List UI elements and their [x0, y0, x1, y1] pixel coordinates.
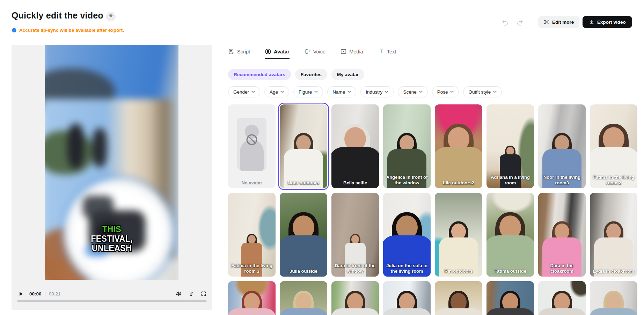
avatar-card-angelica-in-front-of-the-window[interactable]: Angelica in front of the window [383, 104, 431, 188]
avatar-label: Fatima in the living room 3 [229, 263, 274, 274]
tiktok-icon[interactable] [188, 291, 195, 297]
fullscreen-icon[interactable] [200, 291, 207, 297]
avatar-grid: No avatarNoor outdoorsBella selfieAngeli… [228, 104, 637, 315]
tab-script[interactable]: Script [228, 48, 250, 59]
filter-label: Name [332, 89, 345, 95]
filter-figure[interactable]: Figure [293, 86, 323, 97]
avatar-label: No avatar [229, 180, 274, 186]
avatar-card-partial[interactable] [538, 281, 586, 315]
avatar-card-bella-selfie[interactable]: Bella selfie [331, 104, 379, 188]
avatar-photo [331, 104, 379, 188]
avatar-card-partial[interactable] [590, 281, 637, 315]
avatar-label: Julia outside [281, 269, 326, 274]
chip-favorites[interactable]: Favorites [295, 69, 327, 80]
chip-recommended[interactable]: Recommended avatars [228, 69, 291, 80]
avatar-card-dara-in-the-cloakroom[interactable]: Dara in the cloakroom [538, 193, 586, 277]
video-caption: THISFESTIVAL,UNLEASH [50, 225, 174, 253]
tab-text[interactable]: TText [378, 48, 396, 59]
chevron-down-icon [419, 91, 423, 93]
avatar-label: Lydia in cloakroom [591, 269, 636, 274]
chip-my-avatar[interactable]: My avatar [331, 69, 364, 80]
chevron-down-icon [251, 91, 255, 93]
avatar-photo [383, 281, 431, 315]
tab-label: Media [349, 49, 363, 54]
avatar-category-chips: Recommended avatarsFavoritesMy avatar [228, 69, 364, 80]
undo-button[interactable] [501, 18, 509, 27]
filter-gender[interactable]: Gender [228, 86, 260, 97]
tab-label: Avatar [274, 49, 290, 54]
avatar-label: Julia on the sofa in the living room [385, 263, 429, 274]
avatar-photo [486, 193, 534, 277]
filter-outfit-style[interactable]: Outfit style [463, 86, 502, 97]
filter-scene[interactable]: Scene [398, 86, 427, 97]
video-player-panel: THISFESTIVAL,UNLEASH 00:00 | 00:21 [12, 45, 212, 310]
avatar-card-noor-outdoors[interactable]: Noor outdoors [280, 104, 327, 188]
avatar-card-dara-in-front-of-the-window[interactable]: Dara in front of the window [331, 193, 379, 277]
progress-bar[interactable] [17, 300, 207, 302]
filter-age[interactable]: Age [264, 86, 289, 97]
avatar-card-partial[interactable] [486, 281, 534, 315]
avatar-card-adriana-in-a-living-room[interactable]: Adriana in a living room [486, 104, 534, 188]
avatar-card-partial[interactable] [435, 281, 482, 315]
chevron-down-icon [314, 91, 318, 93]
avatar-card-partial[interactable] [280, 281, 327, 315]
lip-sync-notice: Accurate lip-sync will be available afte… [12, 28, 124, 33]
avatar-card-julia-outside[interactable]: Julia outside [280, 193, 327, 277]
avatar-card-julia-on-the-sofa-in-the-living-room[interactable]: Julia on the sofa in the living room [383, 193, 431, 277]
avatar-card-fatima-in-the-living-room-3[interactable]: Fatima in the living room 3 [228, 193, 276, 277]
avatar-label: Fatima in the living room 2 [591, 175, 636, 186]
page-title: Quickly edit the video [12, 10, 103, 21]
filter-pose[interactable]: Pose [432, 86, 459, 97]
avatar-person [590, 291, 637, 315]
filter-name[interactable]: Name [327, 86, 356, 97]
avatar-card-fatima-outside[interactable]: Fatima outside [486, 193, 534, 277]
filter-industry[interactable]: Industry [360, 86, 394, 97]
volume-icon[interactable] [175, 290, 182, 297]
graduation-cap-icon[interactable] [106, 12, 116, 21]
play-button[interactable] [17, 290, 25, 298]
notice-text: Accurate lip-sync will be available afte… [19, 28, 124, 33]
tab-label: Script [237, 49, 250, 54]
edit-more-button[interactable]: Edit more [538, 16, 579, 28]
avatar-person [383, 291, 431, 315]
avatar-photo [280, 104, 327, 188]
tab-label: Voice [313, 49, 325, 54]
avatar-card-partial[interactable] [331, 281, 379, 315]
avatar-card-no-avatar[interactable]: No avatar [228, 104, 276, 188]
tab-voice[interactable]: Voice [304, 48, 325, 59]
avatar-card-lila-outdoors2[interactable]: Lila outdoors2 [435, 104, 482, 188]
avatar-label: Dara in front of the window [333, 263, 378, 274]
avatar-card-fatima-in-the-living-room-2[interactable]: Fatima in the living room 2 [590, 104, 637, 188]
media-icon [340, 48, 347, 55]
voice-icon [304, 48, 311, 55]
avatar-card-rin-outdoors[interactable]: Rin outdoors [435, 193, 482, 277]
avatar-label: Dara in the cloakroom [540, 263, 584, 274]
caption-line: FESTIVAL, [50, 234, 174, 243]
avatar-card-noor-in-the-living-room3[interactable]: Noor in the living room3 [538, 104, 586, 188]
chevron-down-icon [347, 91, 351, 93]
avatar-photo [590, 193, 637, 277]
avatar-card-partial[interactable] [228, 281, 276, 315]
avatar-person [280, 291, 327, 315]
avatar-person [486, 291, 534, 315]
redo-button[interactable] [515, 18, 524, 27]
avatar-photo [435, 281, 482, 315]
video-preview[interactable]: THISFESTIVAL,UNLEASH [45, 45, 178, 280]
filter-label: Gender [233, 89, 249, 95]
avatar-label: Rin outdoors [436, 269, 481, 274]
avatar-photo [538, 281, 586, 315]
current-time: 00:00 [29, 291, 42, 296]
avatar-card-partial[interactable] [383, 281, 431, 315]
avatar-person [280, 212, 327, 277]
chevron-down-icon [493, 91, 497, 93]
avatar-person [331, 291, 379, 315]
export-video-button[interactable]: Export video [583, 16, 632, 28]
avatar-person [331, 124, 379, 188]
tab-media[interactable]: Media [340, 48, 363, 59]
avatar-card-lydia-in-cloakroom[interactable]: Lydia in cloakroom [590, 193, 637, 277]
time-divider: | [45, 291, 46, 296]
tab-avatar[interactable]: Avatar [265, 48, 290, 59]
avatar-icon [265, 48, 271, 55]
tab-label: Text [387, 49, 396, 54]
avatar-photo [280, 281, 327, 315]
